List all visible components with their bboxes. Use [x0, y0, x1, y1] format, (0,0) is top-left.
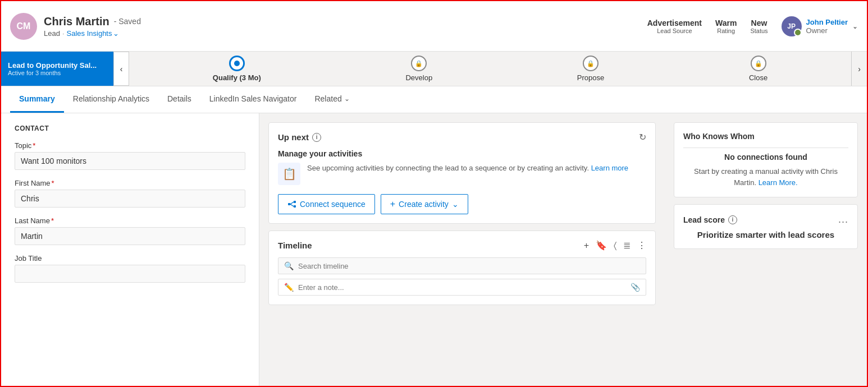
owner-avatar: JP [782, 16, 802, 36]
rating-meta: Warm Rating [715, 19, 737, 34]
owner-name[interactable]: John Peltier [806, 18, 848, 26]
first-name-required: * [52, 179, 54, 187]
stage-active-block: Lead to Opportunity Sal... Active for 3 … [1, 52, 113, 86]
svg-rect-0 [288, 203, 290, 205]
tab-summary[interactable]: Summary [10, 86, 64, 113]
stages-list: Qualify (3 Mo) 🔒 Develop 🔒 Propose 🔒 Clo… [129, 56, 851, 82]
lead-score-subtitle: Prioritize smarter with lead scores [683, 230, 848, 239]
who-knows-learn-more-link[interactable]: Learn More. [759, 178, 798, 187]
topic-input[interactable] [15, 152, 245, 170]
stage-develop[interactable]: 🔒 Develop [405, 56, 432, 82]
manage-activities-title: Manage your activities [278, 149, 646, 158]
topic-label: Topic * [15, 141, 245, 150]
timeline-title: Timeline [278, 241, 312, 250]
contact-name: Chris Martin [44, 15, 109, 28]
refresh-icon[interactable]: ↻ [639, 132, 646, 142]
tab-details[interactable]: Details [158, 86, 200, 113]
status-label: Status [750, 27, 768, 34]
no-connections-label: No connections found [683, 153, 848, 162]
stage-close-circle: 🔒 [751, 56, 766, 71]
tab-relationship-analytics[interactable]: Relationship Analytics [64, 86, 158, 113]
first-name-label: First Name * [15, 179, 245, 187]
lead-score-card: Lead score i ... Prioritize smarter with… [674, 204, 858, 249]
last-name-field-group: Last Name * [15, 216, 245, 245]
clip-icon[interactable]: 📎 [631, 283, 640, 292]
upnext-info-icon[interactable]: i [312, 133, 321, 142]
first-name-field-group: First Name * [15, 179, 245, 208]
job-title-field-group: Job Title [15, 254, 245, 283]
rating-label: Rating [715, 27, 737, 34]
tab-related[interactable]: Related ⌄ [305, 86, 358, 113]
header: CM Chris Martin - Saved Lead · Sales Ins… [1, 1, 867, 52]
avatar: CM [10, 13, 37, 40]
job-title-input[interactable] [15, 265, 245, 283]
topic-field-group: Topic * [15, 141, 245, 170]
create-activity-chevron-icon: ⌄ [452, 200, 459, 209]
timeline-sort-icon[interactable]: ≣ [623, 240, 631, 251]
timeline-card: Timeline + 🔖 〈 ≣ ⋮ 🔍 ✏️ 📎 [268, 231, 656, 305]
timeline-more-icon[interactable]: ⋮ [637, 240, 646, 251]
action-buttons: Connect sequence + Create activity ⌄ [278, 194, 646, 214]
main-content: CONTACT Topic * First Name * [1, 113, 867, 387]
tab-linkedin-sales-navigator[interactable]: LinkedIn Sales Navigator [200, 86, 306, 113]
timeline-add-icon[interactable]: + [584, 241, 589, 251]
pencil-icon: ✏️ [284, 283, 294, 292]
lead-score-title: Lead score i [683, 215, 737, 224]
owner-block: JP John Peltier Owner ⌄ [782, 16, 858, 36]
dot-separator: · [62, 29, 65, 38]
owner-chevron-icon[interactable]: ⌄ [852, 22, 858, 30]
who-knows-divider [683, 148, 848, 148]
svg-line-3 [290, 202, 294, 204]
left-panel: CONTACT Topic * First Name * [1, 113, 259, 387]
right-panel: Who Knows Whom No connections found Star… [665, 113, 867, 387]
search-icon: 🔍 [284, 261, 294, 270]
stage-propose[interactable]: 🔒 Propose [577, 56, 604, 82]
last-name-label: Last Name * [15, 216, 245, 225]
related-chevron-icon: ⌄ [344, 95, 350, 103]
svg-line-4 [290, 204, 294, 206]
no-connections-text: Start by creating a manual activity with… [683, 166, 848, 188]
lead-score-info-icon[interactable]: i [728, 215, 737, 224]
timeline-search-input[interactable] [298, 262, 640, 270]
stage-qualify-circle [229, 56, 245, 71]
create-activity-button[interactable]: + Create activity ⌄ [381, 194, 468, 214]
last-name-input[interactable] [15, 227, 245, 245]
connect-sequence-icon [287, 200, 296, 209]
saved-status: - Saved [114, 17, 141, 26]
job-title-label: Job Title [15, 254, 245, 262]
connect-sequence-button[interactable]: Connect sequence [278, 194, 375, 214]
timeline-filter-icon[interactable]: 〈 [614, 241, 616, 251]
activity-description: 📋 See upcoming activities by connecting … [278, 163, 646, 185]
who-knows-card: Who Knows Whom No connections found Star… [674, 122, 858, 197]
stage-close-label: Close [749, 73, 768, 82]
svg-rect-2 [294, 205, 296, 208]
stage-qualify[interactable]: Qualify (3 Mo) [213, 56, 261, 82]
rating-value: Warm [715, 19, 737, 27]
sales-insights-link[interactable]: Sales Insights ⌄ [67, 29, 120, 38]
upnext-title: Up next i [278, 132, 321, 142]
activity-text: See upcoming activities by connecting th… [307, 163, 628, 174]
timeline-search-bar[interactable]: 🔍 [278, 257, 646, 274]
owner-info: John Peltier Owner [806, 18, 848, 35]
last-name-required: * [51, 216, 54, 225]
stage-propose-circle: 🔒 [583, 56, 599, 71]
timeline-bookmark-icon[interactable]: 🔖 [596, 240, 607, 251]
header-meta: Advertisement Lead Source Warm Rating Ne… [647, 19, 768, 34]
stage-qualify-label: Qualify (3 Mo) [213, 73, 261, 82]
center-panel: Up next i ↻ Manage your activities 📋 See… [259, 113, 665, 387]
upnext-header: Up next i ↻ [278, 132, 646, 142]
note-input[interactable] [298, 283, 626, 292]
first-name-input[interactable] [15, 190, 245, 208]
contact-section-title: CONTACT [15, 125, 245, 132]
note-bar[interactable]: ✏️ 📎 [278, 279, 646, 296]
stage-next-button[interactable]: › [851, 52, 867, 86]
who-knows-title: Who Knows Whom [683, 132, 848, 141]
stage-prev-button[interactable]: ‹ [113, 52, 129, 86]
learn-more-link[interactable]: Learn more [591, 164, 628, 172]
timeline-actions: + 🔖 〈 ≣ ⋮ [584, 240, 646, 251]
stage-active-sub: Active for 3 months [8, 70, 97, 76]
lead-score-more-icon[interactable]: ... [838, 214, 848, 225]
stage-close[interactable]: 🔒 Close [749, 56, 768, 82]
header-name-block: Chris Martin - Saved Lead · Sales Insigh… [44, 15, 647, 38]
lead-source-label: Lead Source [647, 27, 702, 34]
